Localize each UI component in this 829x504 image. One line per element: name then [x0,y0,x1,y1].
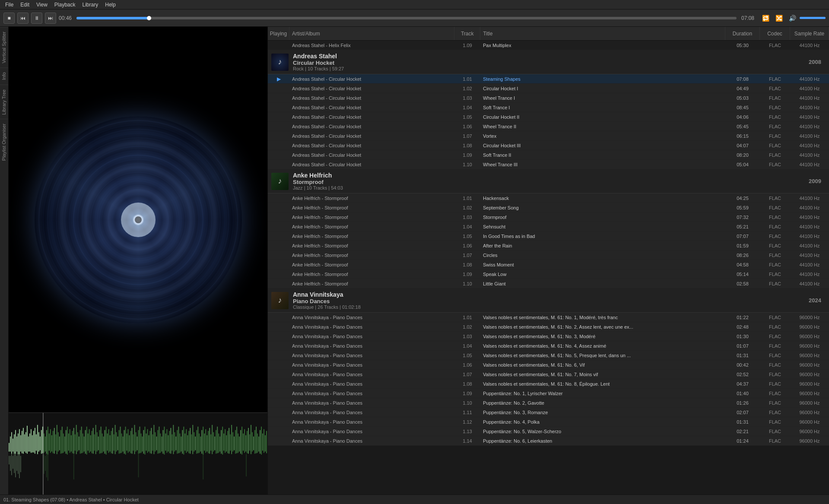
track-artist: Anna Vinnitskaya - Piano Dances [289,324,454,330]
svg-rect-172 [168,435,168,452]
menu-help[interactable]: Help [102,1,119,9]
menu-edit[interactable]: Edit [17,1,33,9]
svg-rect-89 [60,430,61,454]
sidebar-tab-vertical-splitter[interactable]: Vertical Splitter [0,27,8,67]
col-header-artist[interactable]: Artist/Album [289,27,454,40]
track-row[interactable]: Andreas Stahel - Circular Hocket 1.10 Wh… [268,160,829,169]
svg-rect-145 [133,434,134,451]
svg-rect-113 [92,431,92,453]
track-number: 1.09 [454,272,480,277]
waveform[interactable] [9,412,267,494]
track-row[interactable]: Anke Helfrich - Stormproof 1.06 After th… [268,241,829,250]
track-row[interactable]: Andreas Stahel - Circular Hocket 1.05 Ci… [268,112,829,122]
track-row[interactable]: Anna Vinnitskaya - Piano Dances 1.03 Val… [268,332,829,341]
svg-rect-196 [199,434,200,453]
pre-track-codec: FLAC [760,43,790,48]
track-row[interactable]: Anna Vinnitskaya - Piano Dances 1.09 Pup… [268,389,829,398]
track-row[interactable]: Andreas Stahel - Circular Hocket 1.09 So… [268,150,829,160]
track-row[interactable]: Andreas Stahel - Circular Hocket 1.02 Ci… [268,84,829,93]
sidebar-tab-info[interactable]: Info [0,67,8,84]
track-row[interactable]: Anna Vinnitskaya - Piano Dances 1.10 Pup… [268,398,829,408]
track-row[interactable]: Anna Vinnitskaya - Piano Dances 1.13 Pup… [268,427,829,436]
track-codec: FLAC [760,162,790,167]
col-header-duration[interactable]: Duration [725,27,760,40]
track-row[interactable]: Anna Vinnitskaya - Piano Dances 1.12 Pup… [268,417,829,427]
svg-rect-93 [66,430,67,454]
menu-playback[interactable]: Playback [51,1,79,9]
repeat-button[interactable]: 🔁 [760,14,771,22]
track-row[interactable]: ▶ Andreas Stahel - Circular Hocket 1.01 … [268,74,829,84]
album-thumb-circular-hocket: ♪ [271,54,289,71]
pause-button[interactable]: ⏸ [31,13,42,24]
track-row[interactable]: Anna Vinnitskaya - Piano Dances 1.06 Val… [268,360,829,370]
track-samplerate: 96000 Hz [790,438,829,444]
volume-bar[interactable] [800,17,826,19]
track-samplerate: 96000 Hz [790,362,829,368]
shuffle-button[interactable]: 🔀 [774,14,785,22]
svg-rect-122 [103,437,104,452]
track-row[interactable]: Anke Helfrich - Stormproof 1.10 Little G… [268,279,829,288]
col-header-playing[interactable]: Playing [268,27,289,40]
track-row[interactable]: Andreas Stahel - Circular Hocket 1.04 So… [268,103,829,112]
track-artist: Andreas Stahel - Circular Hocket [289,162,454,167]
col-header-title[interactable]: Title [480,27,725,40]
svg-rect-125 [107,434,108,451]
sidebar-tab-library-tree[interactable]: Library Tree [0,85,8,119]
prev-button[interactable]: ⏮ [17,13,29,24]
svg-rect-220 [230,434,231,451]
track-row[interactable]: Anke Helfrich - Stormproof 1.01 Hackensa… [268,193,829,203]
album-sub-piano-dances: Classique | 26 Tracks | 01:02:18 [293,304,804,310]
volume-icon[interactable]: 🔊 [787,14,798,22]
track-duration: 08:45 [725,105,760,110]
track-row[interactable]: Anna Vinnitskaya - Piano Dances 1.04 Val… [268,341,829,351]
playlist-content[interactable]: Andreas Stahel - Helix Felix 1.09 Pax Mu… [268,41,829,494]
track-row[interactable]: Anke Helfrich - Stormproof 1.07 Circles … [268,250,829,260]
track-title: Circular Hocket II [480,114,725,120]
track-title: Wheel Trance III [480,162,725,167]
progress-bar[interactable] [76,17,737,19]
track-row[interactable]: Anke Helfrich - Stormproof 1.02 Septembe… [268,203,829,212]
track-row[interactable]: Anke Helfrich - Stormproof 1.04 Sehnsuch… [268,222,829,231]
sidebar-tab-playlist-organiser[interactable]: Playlist Organiser [0,119,8,165]
album-header-stormproof[interactable]: ♪ Anke Helfrich Stormproof Jazz | 10 Tra… [268,169,829,193]
track-duration: 02:07 [725,410,760,415]
track-duration: 04:49 [725,86,760,91]
track-codec: FLAC [760,281,790,286]
col-header-track[interactable]: Track [454,27,480,40]
menu-library[interactable]: Library [79,1,102,9]
track-row[interactable]: Anna Vinnitskaya - Piano Dances 1.14 Pup… [268,436,829,446]
track-codec: FLAC [760,438,790,444]
track-row[interactable]: Andreas Stahel - Circular Hocket 1.08 Ci… [268,141,829,150]
track-row[interactable]: Anna Vinnitskaya - Piano Dances 1.05 Val… [268,351,829,360]
menu-view[interactable]: View [33,1,51,9]
col-header-codec[interactable]: Codec [760,27,790,40]
svg-rect-116 [95,425,96,454]
svg-rect-69 [35,428,35,454]
track-codec: FLAC [760,95,790,101]
track-row[interactable]: Anna Vinnitskaya - Piano Dances 1.02 Val… [268,322,829,332]
track-row[interactable]: Anke Helfrich - Stormproof 1.08 Swiss Mo… [268,260,829,269]
track-title: Swiss Moment [480,262,725,267]
album-header-piano-dances[interactable]: ♪ Anna Vinnitskaya Piano Dances Classiqu… [268,288,829,313]
track-codec: FLAC [760,391,790,396]
track-row[interactable]: Andreas Stahel - Circular Hocket 1.07 Vo… [268,131,829,141]
track-row[interactable]: Andreas Stahel - Circular Hocket 1.03 Wh… [268,93,829,103]
track-row[interactable]: Anke Helfrich - Stormproof 1.03 Stormpro… [268,212,829,222]
svg-rect-191 [192,425,193,454]
track-row[interactable]: Anke Helfrich - Stormproof 1.09 Speak Lo… [268,269,829,279]
track-samplerate: 44100 Hz [790,234,829,239]
track-row[interactable]: Anna Vinnitskaya - Piano Dances 1.01 Val… [268,313,829,322]
col-header-samplerate[interactable]: Sample Rate [790,27,829,40]
track-row[interactable]: Andreas Stahel - Circular Hocket 1.06 Wh… [268,122,829,131]
track-row[interactable]: Anna Vinnitskaya - Piano Dances 1.07 Val… [268,370,829,379]
track-row[interactable]: Anna Vinnitskaya - Piano Dances 1.08 Val… [268,379,829,389]
album-header-circular-hocket[interactable]: ♪ Andreas Stahel Circular Hocket Rock | … [268,50,829,74]
track-row[interactable]: Anna Vinnitskaya - Piano Dances 1.11 Pup… [268,408,829,417]
track-row[interactable]: Anke Helfrich - Stormproof 1.05 In Good … [268,231,829,241]
stop-button[interactable]: ■ [3,13,15,24]
track-artist: Andreas Stahel - Circular Hocket [289,124,454,129]
menu-file[interactable]: File [2,1,17,9]
track-title: Puppentänze: No. 2, Gavotte [480,400,725,406]
pre-track-row[interactable]: Andreas Stahel - Helix Felix 1.09 Pax Mu… [268,41,829,50]
next-button[interactable]: ⏭ [45,13,56,24]
